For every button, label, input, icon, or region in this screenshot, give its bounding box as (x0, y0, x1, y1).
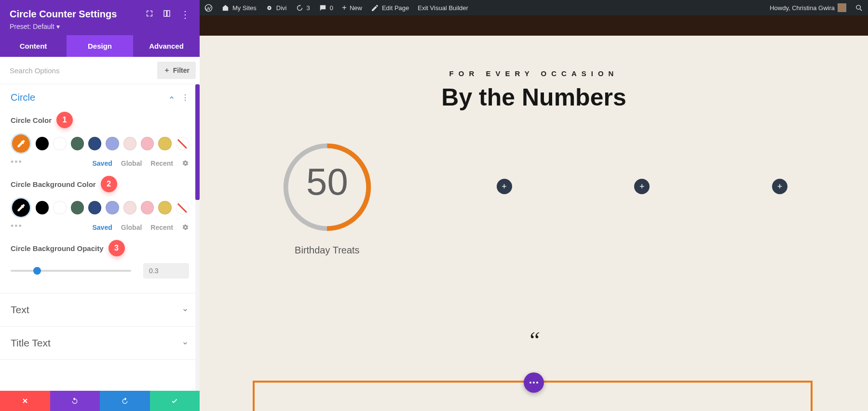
section-title-text[interactable]: Title Text (0, 327, 200, 360)
sidebar-scrollbar[interactable] (195, 84, 200, 391)
gear-icon[interactable] (182, 224, 189, 231)
page-subtitle: FOR EVERY OCCASION (200, 69, 868, 78)
swatch-pink[interactable] (141, 137, 154, 150)
wp-new[interactable]: +New (342, 3, 362, 13)
more-dots-icon[interactable]: ••• (11, 221, 23, 231)
wp-my-sites[interactable]: My Sites (221, 4, 257, 12)
swatch-blush[interactable] (123, 201, 136, 214)
swatch-lavender[interactable] (106, 137, 119, 150)
add-module-button[interactable]: + (634, 179, 650, 194)
footer-actions (0, 391, 200, 411)
chevron-up-icon (168, 94, 176, 102)
swatch-blush[interactable] (123, 137, 136, 150)
swatch-navy[interactable] (88, 201, 101, 214)
settings-scrollarea: Circle ⋮ Circle Color 1 (0, 84, 200, 391)
section-text[interactable]: Text (0, 293, 200, 327)
add-module-button[interactable]: + (772, 179, 787, 194)
filter-label: Filter (173, 66, 190, 74)
swatch-none[interactable] (176, 201, 189, 214)
wp-comments[interactable]: 0 (319, 4, 333, 12)
section-circle: Circle ⋮ Circle Color 1 (0, 84, 200, 293)
cancel-button[interactable] (0, 391, 50, 411)
palette-tab-recent[interactable]: Recent (150, 159, 173, 167)
add-module-button[interactable]: + (497, 179, 512, 194)
chevron-down-icon (181, 306, 189, 314)
settings-tabs: Content Design Advanced (0, 35, 200, 57)
gear-icon[interactable] (182, 159, 189, 167)
swatch-pink[interactable] (141, 201, 154, 214)
swatch-lavender[interactable] (106, 201, 119, 214)
search-row: Search Options ＋ Filter (0, 57, 200, 84)
scrollbar-thumb[interactable] (195, 84, 200, 200)
swatch-black[interactable] (36, 137, 49, 150)
section-circle-header[interactable]: Circle ⋮ (11, 92, 189, 103)
swatch-gold[interactable] (158, 137, 171, 150)
section-title-text-title: Title Text (11, 337, 51, 349)
palette-tab-global[interactable]: Global (121, 159, 142, 167)
chevron-down-icon (181, 339, 189, 347)
expand-icon[interactable] (146, 10, 153, 19)
tab-design[interactable]: Design (67, 35, 133, 57)
color-picker-dropper-bg[interactable] (11, 197, 31, 218)
chevron-down-icon: ▾ (56, 23, 60, 30)
color-picker-dropper[interactable] (11, 133, 31, 154)
swatch-green[interactable] (71, 137, 84, 150)
counter-value: 50 (306, 160, 348, 203)
swatch-green[interactable] (71, 201, 84, 214)
preset-label: Preset: Default (10, 23, 54, 30)
filter-button[interactable]: ＋ Filter (157, 62, 196, 79)
search-input[interactable]: Search Options (10, 66, 59, 75)
wp-exit-vb[interactable]: Exit Visual Builder (418, 4, 468, 12)
opacity-slider[interactable] (11, 270, 131, 272)
counter-title: Birthday Treats (295, 245, 360, 256)
wp-logo-icon[interactable] (204, 4, 213, 12)
sidebar-title: Circle Counter Settings (10, 9, 117, 20)
more-dots-icon[interactable]: ••• (11, 157, 23, 167)
swatch-white[interactable] (53, 137, 66, 150)
palette-tab-recent[interactable]: Recent (150, 224, 173, 231)
palette-tab-saved[interactable]: Saved (93, 224, 112, 231)
wp-howdy[interactable]: Howdy, Christina Gwira (770, 3, 846, 12)
circle-counter-module[interactable]: 50 Birthday Treats (280, 140, 374, 256)
wp-edit-page[interactable]: Edit Page (371, 4, 409, 12)
svg-point-4 (269, 7, 270, 9)
avatar (838, 3, 846, 12)
svg-rect-0 (164, 11, 166, 16)
section-kebab-icon[interactable]: ⋮ (181, 93, 189, 102)
palette-tab-global[interactable]: Global (121, 224, 142, 231)
save-button[interactable] (150, 391, 200, 411)
sidebar-header: Circle Counter Settings ⋮ Preset: Defaul… (0, 0, 200, 35)
settings-sidebar: Circle Counter Settings ⋮ Preset: Defaul… (0, 0, 200, 411)
quote-decoration: “ (528, 327, 541, 353)
svg-rect-1 (167, 11, 170, 16)
swatch-white[interactable] (53, 201, 66, 214)
opacity-label: Circle Background Opacity (11, 244, 104, 252)
section-text-title: Text (11, 304, 29, 316)
slider-thumb[interactable] (33, 267, 41, 275)
page-heading: By the Numbers (200, 83, 868, 111)
section-handle[interactable] (524, 372, 544, 393)
circle-color-swatches (11, 133, 189, 154)
plus-icon: ＋ (163, 66, 170, 75)
swatch-black[interactable] (36, 201, 49, 214)
annotation-badge-1: 1 (56, 112, 73, 128)
palette-tab-saved[interactable]: Saved (93, 159, 112, 167)
search-icon[interactable] (855, 4, 863, 12)
tab-content[interactable]: Content (0, 35, 67, 57)
wp-updates[interactable]: 3 (296, 4, 310, 12)
hero-strip (200, 15, 868, 36)
undo-button[interactable] (50, 391, 100, 411)
svg-point-5 (856, 5, 861, 9)
column-icon[interactable] (163, 10, 171, 19)
redo-button[interactable] (100, 391, 150, 411)
tab-advanced[interactable]: Advanced (133, 35, 200, 57)
wp-admin-bar: My Sites Divi 3 0 +New Edit Page Exit Vi… (200, 0, 868, 15)
preset-selector[interactable]: Preset: Default ▾ (10, 23, 190, 30)
swatch-navy[interactable] (88, 137, 101, 150)
swatch-none[interactable] (176, 137, 189, 150)
wp-site-divi[interactable]: Divi (265, 4, 287, 12)
annotation-badge-3: 3 (108, 240, 125, 256)
opacity-value-input[interactable]: 0.3 (143, 263, 189, 278)
swatch-gold[interactable] (158, 201, 171, 214)
circle-bg-swatches (11, 197, 189, 218)
